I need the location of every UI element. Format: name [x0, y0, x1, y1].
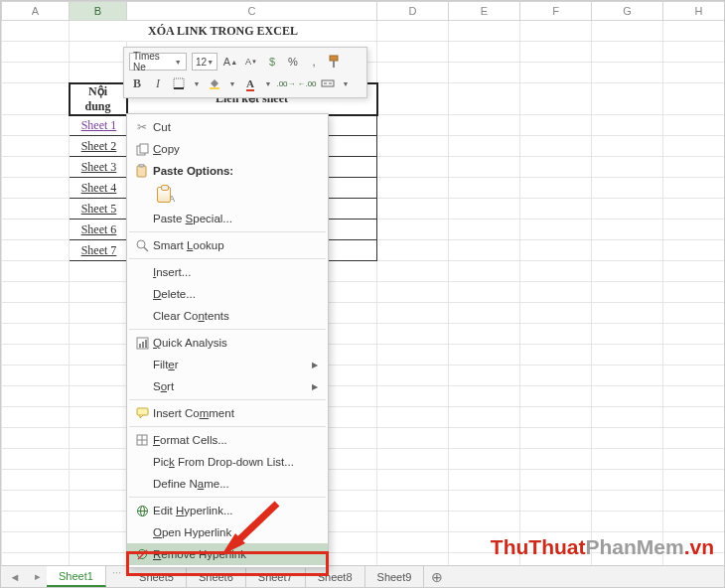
menu-label: Sort: [153, 380, 312, 392]
sheet-tab-active[interactable]: Sheet1: [47, 566, 106, 587]
hyperlink-cell[interactable]: Sheet 1: [70, 115, 127, 136]
font-size-combo[interactable]: 12▼: [192, 53, 218, 71]
title-cell[interactable]: XÓA LINK TRONG EXCEL: [70, 21, 377, 42]
fill-color-icon[interactable]: [207, 75, 222, 91]
increase-decimal-icon[interactable]: .00→: [278, 75, 294, 91]
decrease-font-icon[interactable]: A▼: [243, 54, 259, 70]
menu-cut[interactable]: ✂ Cut: [127, 116, 328, 138]
menu-paste-option-default[interactable]: A: [127, 182, 328, 208]
svg-rect-5: [322, 80, 334, 86]
svg-rect-1: [333, 61, 335, 68]
menu-paste-options-header: Paste Options:: [127, 160, 328, 182]
comma-format-icon[interactable]: ,: [306, 54, 322, 70]
hyperlink-cell[interactable]: Sheet 4: [70, 178, 127, 199]
menu-define-name[interactable]: Define Name...: [127, 473, 328, 495]
column-header-row[interactable]: A B C D E F G H: [2, 2, 726, 21]
menu-filter[interactable]: Filter ▶: [127, 354, 328, 375]
menu-insert[interactable]: Insert...: [127, 261, 328, 283]
menu-edit-hyperlink[interactable]: Edit Hyperlink...: [127, 500, 328, 521]
tab-nav-prev[interactable]: ◄: [1, 566, 29, 587]
col-header-A[interactable]: A: [2, 2, 70, 21]
new-sheet-button[interactable]: ⊕: [424, 566, 450, 587]
sheet-tab[interactable]: Sheet8: [306, 566, 365, 587]
menu-label: Cut: [153, 121, 322, 133]
svg-rect-8: [137, 166, 146, 177]
merge-dropdown-icon[interactable]: ▼: [341, 80, 351, 87]
menu-label: Open Hyperlink: [153, 526, 322, 538]
menu-label: Insert...: [153, 266, 322, 278]
menu-pick-from-list[interactable]: Pick From Drop-down List...: [127, 451, 328, 473]
hyperlink-cell[interactable]: Sheet 7: [70, 240, 127, 261]
copy-icon: [131, 143, 153, 156]
col-header-G[interactable]: G: [592, 2, 663, 21]
format-cells-icon: [131, 434, 153, 446]
svg-rect-0: [330, 56, 338, 61]
percent-format-icon[interactable]: %: [285, 54, 301, 70]
svg-line-11: [144, 247, 148, 251]
submenu-arrow-icon: ▶: [312, 361, 322, 369]
font-color-dropdown-icon[interactable]: ▼: [263, 80, 273, 87]
border-dropdown-icon[interactable]: ▼: [192, 80, 202, 87]
svg-rect-13: [139, 344, 141, 348]
fill-dropdown-icon[interactable]: ▼: [227, 80, 237, 87]
menu-label: Copy: [153, 143, 322, 155]
cut-icon: ✂: [131, 120, 153, 134]
menu-remove-hyperlink[interactable]: Remove Hyperlink: [127, 543, 328, 565]
svg-rect-2: [174, 78, 184, 88]
menu-label: Paste Options:: [153, 165, 322, 177]
context-menu: ✂ Cut Copy Paste Options: A Paste Specia…: [126, 113, 329, 568]
menu-label: Filter: [153, 359, 312, 370]
font-name-combo[interactable]: Times Ne▼: [129, 53, 187, 71]
font-color-icon[interactable]: A: [242, 75, 258, 91]
svg-line-24: [138, 550, 147, 559]
col-header-F[interactable]: F: [520, 2, 592, 21]
watermark: ThuThuatPhanMem.vn: [491, 535, 714, 559]
hyperlink-icon: [131, 505, 153, 517]
format-painter-icon[interactable]: [327, 54, 343, 70]
menu-delete[interactable]: Delete...: [127, 283, 328, 305]
italic-icon[interactable]: I: [150, 75, 166, 91]
sheet-tab[interactable]: Sheet7: [246, 566, 306, 587]
menu-smart-lookup[interactable]: Smart Lookup: [127, 234, 328, 256]
menu-open-hyperlink[interactable]: Open Hyperlink: [127, 521, 328, 543]
hyperlink-cell[interactable]: Sheet 3: [70, 157, 127, 178]
comment-icon: [131, 407, 153, 419]
border-icon[interactable]: [171, 75, 187, 91]
sheet-tab[interactable]: Sheet6: [187, 566, 246, 587]
paste-icon: [131, 164, 153, 178]
merge-center-icon[interactable]: [320, 75, 336, 91]
menu-copy[interactable]: Copy: [127, 138, 328, 160]
menu-label: Quick Analysis: [153, 337, 322, 349]
menu-label: Pick From Drop-down List...: [153, 456, 322, 468]
col-header-B[interactable]: B: [70, 2, 127, 21]
menu-format-cells[interactable]: Format Cells...: [127, 429, 328, 451]
watermark-part2: PhanMem: [585, 535, 683, 558]
menu-insert-comment[interactable]: Insert Comment: [127, 402, 328, 424]
decrease-decimal-icon[interactable]: ←.00: [299, 75, 315, 91]
col-header-H[interactable]: H: [663, 2, 726, 21]
font-size-value: 12: [196, 57, 207, 68]
sheet-tab[interactable]: Sheet9: [365, 566, 425, 587]
menu-quick-analysis[interactable]: Quick Analysis: [127, 332, 328, 354]
increase-font-icon[interactable]: A▲: [222, 54, 238, 70]
bold-icon[interactable]: B: [129, 75, 145, 91]
menu-sort[interactable]: Sort ▶: [127, 375, 328, 397]
col-header-D[interactable]: D: [377, 2, 449, 21]
sheet-tab[interactable]: Sheet5: [127, 566, 187, 587]
submenu-arrow-icon: ▶: [312, 382, 322, 391]
tab-nav-next[interactable]: ▸: [29, 566, 47, 587]
watermark-part3: .vn: [684, 535, 714, 558]
menu-paste-special[interactable]: Paste Special...: [127, 208, 328, 229]
menu-label: Insert Comment: [153, 407, 322, 419]
col-header-C[interactable]: C: [127, 2, 377, 21]
hyperlink-cell[interactable]: Sheet 6: [70, 220, 127, 240]
menu-clear-contents[interactable]: Clear Contents: [127, 305, 328, 327]
menu-label: Smart Lookup: [153, 239, 322, 251]
svg-rect-15: [145, 340, 147, 348]
hyperlink-cell[interactable]: Sheet 5: [70, 199, 127, 220]
col-header-E[interactable]: E: [449, 2, 520, 21]
accounting-format-icon[interactable]: $: [264, 54, 280, 70]
tab-overflow-icon[interactable]: ···: [106, 566, 127, 587]
header-noi-dung[interactable]: Nội dung: [70, 83, 127, 115]
hyperlink-cell[interactable]: Sheet 2: [70, 136, 127, 157]
